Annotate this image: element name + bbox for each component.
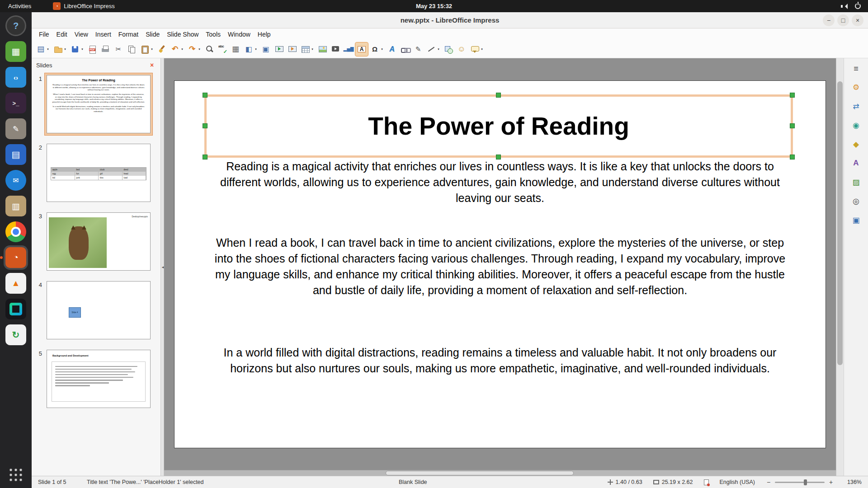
focused-app-indicator[interactable]: ◔ LibreOffice Impress	[53, 2, 114, 10]
print-button[interactable]	[99, 42, 112, 56]
zoom-slider-thumb[interactable]	[804, 479, 807, 485]
clone-formatting-button[interactable]	[156, 42, 168, 56]
slide-thumbnail-3[interactable]: Desktop/new.pptx	[44, 210, 153, 273]
basic-shapes-button[interactable]	[442, 42, 455, 56]
menu-item[interactable]: Format	[115, 29, 142, 39]
tab-shapes[interactable]: ◆	[849, 137, 864, 151]
callout-shapes-button[interactable]: ▾	[468, 42, 485, 56]
menu-item[interactable]: Slide Show	[163, 29, 202, 39]
horizontal-scrollbar-thumb[interactable]	[386, 471, 574, 475]
menu-item[interactable]: Slide	[142, 29, 163, 39]
slide-thumbnail-2[interactable]: apple bed clock deed egg fun girl head	[44, 141, 153, 204]
slide-layout-status[interactable]: Blank Slide	[399, 479, 427, 485]
resize-handle[interactable]	[790, 155, 795, 160]
paste-button[interactable]: ▾	[138, 42, 155, 56]
panel-splitter[interactable]: ◂	[160, 58, 164, 476]
hyperlink-button[interactable]	[399, 42, 411, 56]
dock-calc[interactable]: ▦	[5, 41, 26, 62]
menu-item[interactable]: View	[71, 29, 92, 39]
insert-image-button[interactable]	[316, 42, 329, 56]
language-status[interactable]: English (USA)	[720, 479, 755, 485]
insert-media-button[interactable]	[329, 42, 342, 56]
zoom-slider[interactable]	[775, 482, 825, 483]
resize-handle[interactable]	[790, 93, 795, 98]
menu-item[interactable]: Edit	[53, 29, 71, 39]
minimize-button[interactable]: −	[823, 14, 835, 26]
horizontal-scrollbar[interactable]	[164, 470, 836, 476]
menu-item[interactable]: Window	[224, 29, 254, 39]
slide-thumbnail-1[interactable]: The Power of Reading Reading is a magica…	[44, 73, 153, 136]
title-placeholder[interactable]: The Power of Reading	[204, 94, 793, 158]
body-paragraph-2[interactable]: When I read a book, I can travel back in…	[207, 235, 793, 298]
titlebar[interactable]: new.pptx - LibreOffice Impress − □ ×	[32, 12, 868, 28]
tab-properties[interactable]: ⚙	[849, 80, 864, 94]
dock-gimp[interactable]: ✎	[5, 118, 26, 139]
vertical-scrollbar-thumb[interactable]	[837, 81, 843, 365]
dock-thunderbird[interactable]: ✉	[5, 170, 26, 191]
find-replace-button[interactable]	[203, 42, 216, 56]
undo-button[interactable]: ↶ ▾	[169, 42, 185, 56]
slide-thumbnail-5[interactable]: Background and Development	[44, 347, 153, 410]
tab-slide-transition[interactable]: ⇄	[849, 99, 864, 113]
body-paragraph-3[interactable]: In a world filled with digital distracti…	[207, 345, 793, 376]
sidebar-settings-icon[interactable]: ≡	[849, 62, 864, 75]
tab-master-slides[interactable]: ▣	[849, 213, 864, 227]
dock-terminal[interactable]: >_	[5, 93, 26, 113]
zoom-out-button[interactable]: −	[766, 479, 771, 486]
start-current-slide-button[interactable]	[286, 42, 298, 56]
draw-functions-button[interactable]: ✎	[412, 42, 425, 56]
close-button[interactable]: ×	[852, 14, 863, 26]
display-grid-button[interactable]: ▦	[229, 42, 242, 56]
tab-navigator[interactable]: ◎	[849, 194, 864, 208]
dock-vlc[interactable]: ▲	[5, 273, 26, 294]
export-pdf-button[interactable]	[86, 42, 99, 56]
dock-app-grid[interactable]	[5, 465, 26, 485]
new-button[interactable]: ▤ ▾	[34, 42, 51, 56]
dock-writer[interactable]: ▤	[5, 144, 26, 165]
display-views-button[interactable]: ◧ ▾	[242, 42, 259, 56]
insert-chart-button[interactable]: ▂▅▇	[342, 42, 355, 56]
cut-button[interactable]: ✂	[112, 42, 125, 56]
redo-button[interactable]: ↷ ▾	[186, 42, 203, 56]
slide-title-text[interactable]: The Power of Reading	[207, 97, 791, 155]
tab-gallery[interactable]: ▨	[849, 175, 864, 189]
clock[interactable]: May 23 15:32	[416, 3, 452, 9]
dock-vscode[interactable]: ‹›	[5, 67, 26, 88]
menu-item[interactable]: File	[35, 29, 53, 39]
insert-table-button[interactable]: ▾	[299, 42, 316, 56]
slide-thumbnail-4[interactable]: Slide 4	[44, 279, 153, 342]
master-slide-button[interactable]: ▣	[259, 42, 272, 56]
resize-handle[interactable]	[496, 155, 501, 160]
menu-item[interactable]: Insert	[92, 29, 115, 39]
copy-button[interactable]	[125, 42, 138, 56]
dock-pycharm[interactable]	[5, 299, 26, 319]
dock-software-updater[interactable]: ↻	[5, 324, 26, 345]
volume-icon[interactable]	[841, 4, 848, 9]
insert-textbox-button[interactable]: A	[355, 42, 368, 56]
save-button[interactable]: ▾	[69, 42, 85, 56]
slide-canvas[interactable]: The Power of Reading Reading is a magica…	[174, 80, 826, 448]
tab-styles[interactable]: A	[849, 156, 864, 170]
spelling-button[interactable]	[216, 42, 229, 56]
dock-chrome[interactable]	[5, 221, 26, 242]
zoom-in-button[interactable]: +	[828, 479, 834, 486]
resize-handle[interactable]	[203, 155, 208, 160]
resize-handle[interactable]	[496, 93, 501, 98]
activities-button[interactable]: Activities	[0, 0, 39, 12]
insert-line-button[interactable]: ▾	[425, 42, 442, 56]
start-first-slide-button[interactable]	[273, 42, 285, 56]
resize-handle[interactable]	[203, 123, 208, 128]
dock-files[interactable]: ▥	[5, 196, 26, 216]
menu-item[interactable]: Tools	[202, 29, 224, 39]
maximize-button[interactable]: □	[837, 14, 849, 26]
open-button[interactable]: ▾	[52, 42, 68, 56]
power-icon[interactable]	[855, 3, 861, 9]
dock-impress[interactable]: ◔	[5, 247, 26, 268]
symbol-shapes-button[interactable]: ☺	[455, 42, 468, 56]
fontwork-button[interactable]: A	[386, 42, 398, 56]
zoom-level[interactable]: 136%	[844, 479, 862, 485]
slides-panel-close-icon[interactable]: ×	[148, 61, 156, 69]
vertical-scrollbar[interactable]	[836, 58, 844, 476]
special-character-button[interactable]: Ω ▾	[368, 42, 385, 56]
system-tray[interactable]	[841, 3, 868, 9]
